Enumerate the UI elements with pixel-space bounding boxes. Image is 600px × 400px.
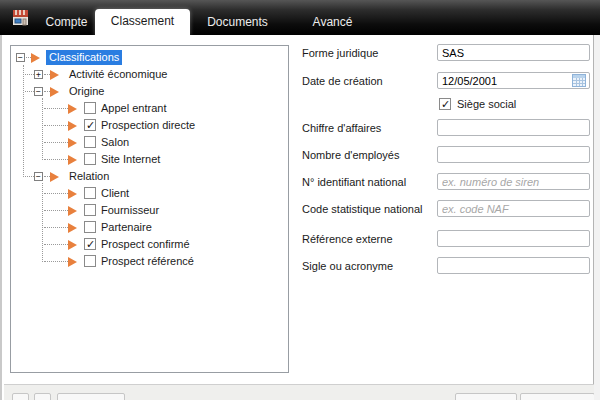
- tree-item-label[interactable]: Prospect référencé: [101, 253, 194, 270]
- tree-item-prospect-confirme[interactable]: ✓Prospect confirmé: [12, 236, 287, 253]
- check-mark-icon: ✓: [86, 238, 95, 250]
- tree-item-label[interactable]: Partenaire: [101, 219, 152, 236]
- tab-classement[interactable]: Classement: [95, 9, 190, 36]
- field-label-date-de-creation: Date de création: [302, 75, 383, 87]
- tab-bar: CompteClassementDocumentsAvancé: [0, 0, 600, 35]
- tree-item-label[interactable]: Appel entrant: [101, 100, 166, 117]
- tree-item-label[interactable]: Prospect confirmé: [101, 236, 190, 253]
- tree-node-arrow-icon: [68, 121, 77, 131]
- footer-button[interactable]: [520, 393, 595, 400]
- text-field-reference-externe[interactable]: [437, 230, 590, 247]
- tree-checkbox[interactable]: [84, 204, 96, 216]
- tree-connector-stub: [44, 142, 68, 143]
- tree-node-arrow-icon: [31, 53, 40, 63]
- tree-item-prospection-directe[interactable]: ✓Prospection directe: [12, 117, 287, 134]
- tree-node-arrow-icon: [68, 155, 77, 165]
- field-label-n-identifiant-national: N° identifiant national: [302, 176, 406, 188]
- tree-connector-stub: [44, 125, 68, 126]
- window-frame-edge: [594, 35, 600, 400]
- tree-checkbox[interactable]: [84, 153, 96, 165]
- tree-node-arrow-icon: [68, 206, 77, 216]
- tree-connector-stub: [44, 227, 68, 228]
- tree-item-label[interactable]: Origine: [69, 83, 104, 100]
- tree-node-arrow-icon: [68, 189, 77, 199]
- collapse-minus-icon[interactable]: −: [34, 87, 43, 96]
- text-field-nombre-d-employes[interactable]: [437, 146, 590, 163]
- footer-button[interactable]: [34, 393, 51, 400]
- text-field-n-identifiant-national[interactable]: [437, 173, 590, 190]
- tree-item-client[interactable]: Client: [12, 185, 287, 202]
- collapse-minus-icon[interactable]: −: [34, 172, 43, 181]
- tree-connector-stub: [44, 108, 68, 109]
- tree-node-arrow-icon: [68, 104, 77, 114]
- tree-checkbox[interactable]: [84, 102, 96, 114]
- field-label-forme-juridique: Forme juridique: [302, 47, 378, 59]
- tree-item-salon[interactable]: Salon: [12, 134, 287, 151]
- field-label-chiffre-d-affaires: Chiffre d'affaires: [302, 122, 381, 134]
- tree-checkbox[interactable]: [84, 136, 96, 148]
- tree-item-classifications[interactable]: −Classifications: [12, 49, 287, 66]
- tree-checkbox[interactable]: ✓: [84, 119, 96, 131]
- footer-button[interactable]: [12, 393, 29, 400]
- tree-connector-stub: [44, 261, 68, 262]
- classifications-tree: −Classifications+Activité économique−Ori…: [10, 45, 289, 373]
- tree-item-label[interactable]: Classifications: [46, 50, 122, 65]
- tree-node-arrow-icon: [50, 70, 59, 80]
- tree-item-site-internet[interactable]: Site Internet: [12, 151, 287, 168]
- tab-compte[interactable]: Compte: [38, 10, 95, 35]
- tree-item-appel-entrant[interactable]: Appel entrant: [12, 100, 287, 117]
- tree-item-label[interactable]: Salon: [101, 134, 129, 151]
- tree-checkbox[interactable]: [84, 187, 96, 199]
- tab-documents[interactable]: Documents: [190, 10, 285, 35]
- tree-node-arrow-icon: [50, 172, 59, 182]
- tree-item-label[interactable]: Prospection directe: [101, 117, 195, 134]
- check-mark-icon: ✓: [86, 119, 95, 131]
- account-window: CompteClassementDocumentsAvancé −Classif…: [0, 0, 600, 400]
- tree-connector-stub: [44, 244, 68, 245]
- date-field-date-de-creation[interactable]: [437, 72, 590, 89]
- tree-item-partenaire[interactable]: Partenaire: [12, 219, 287, 236]
- tree-node-arrow-icon: [68, 223, 77, 233]
- tree-item-origine[interactable]: −Origine: [12, 83, 287, 100]
- company-building-icon: [10, 7, 31, 28]
- footer-toolbar: [4, 384, 595, 400]
- checkbox-siege-social[interactable]: ✓: [439, 98, 451, 110]
- tree-item-relation[interactable]: −Relation: [12, 168, 287, 185]
- tree-node-arrow-icon: [68, 257, 77, 267]
- field-label-nombre-d-employes: Nombre d'employés: [302, 149, 399, 161]
- tab-avance[interactable]: Avancé: [285, 10, 380, 35]
- tree-checkbox[interactable]: [84, 221, 96, 233]
- field-label-reference-externe: Référence externe: [302, 233, 393, 245]
- tree-item-label[interactable]: Relation: [69, 168, 109, 185]
- text-field-code-statistique-national[interactable]: [437, 200, 590, 217]
- tree-item-fournisseur[interactable]: Fournisseur: [12, 202, 287, 219]
- tree-connector-stub: [44, 159, 68, 160]
- tree-node-arrow-icon: [68, 138, 77, 148]
- calendar-icon[interactable]: [572, 73, 587, 88]
- tree-connector-stub: [25, 91, 34, 92]
- footer-button[interactable]: [57, 393, 125, 400]
- tree-connector-stub: [44, 193, 68, 194]
- text-field-sigle-ou-acronyme[interactable]: [437, 257, 590, 274]
- tree-node-arrow-icon: [50, 87, 59, 97]
- text-field-chiffre-d-affaires[interactable]: [437, 119, 590, 136]
- tree-connector-stub: [25, 176, 34, 177]
- collapse-minus-icon[interactable]: −: [16, 53, 25, 62]
- tree-checkbox[interactable]: [84, 255, 96, 267]
- expand-plus-icon[interactable]: +: [34, 70, 43, 79]
- checkbox-label: Siège social: [457, 98, 516, 110]
- tree-item-label[interactable]: Site Internet: [101, 151, 160, 168]
- text-field-forme-juridique[interactable]: [437, 44, 590, 61]
- footer-button[interactable]: [455, 393, 517, 400]
- tree-item-prospect-reference[interactable]: Prospect référencé: [12, 253, 287, 270]
- tree-checkbox[interactable]: ✓: [84, 238, 96, 250]
- check-mark-icon: ✓: [441, 98, 450, 110]
- tree-connector-stub: [44, 210, 68, 211]
- tree-item-label[interactable]: Fournisseur: [101, 202, 159, 219]
- tree-item-label[interactable]: Activité économique: [69, 66, 167, 83]
- field-label-sigle-ou-acronyme: Sigle ou acronyme: [302, 260, 393, 272]
- classement-tab-panel: −Classifications+Activité économique−Ori…: [0, 35, 594, 400]
- tree-item-activite-economique[interactable]: +Activité économique: [12, 66, 287, 83]
- tree-item-label[interactable]: Client: [101, 185, 129, 202]
- tree-connector-stub: [25, 74, 34, 75]
